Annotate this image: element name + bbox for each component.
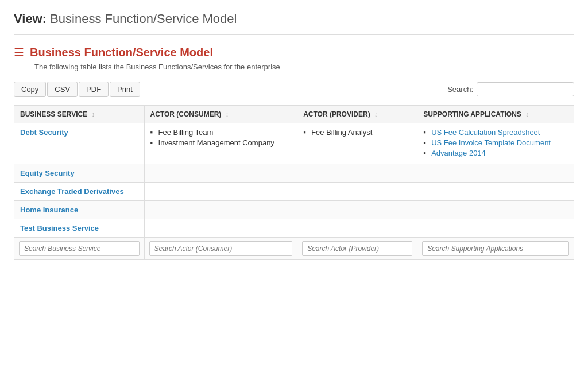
supporting-app-link[interactable]: US Fee Invoice Template Document bbox=[431, 138, 551, 147]
sort-icon-actor-provider[interactable]: ↕ bbox=[374, 111, 378, 118]
cell-business-service: Debt Security bbox=[14, 123, 145, 164]
cell-actor-consumer bbox=[144, 164, 297, 183]
cell-actor-provider bbox=[297, 183, 417, 201]
cell-actor-provider bbox=[297, 164, 417, 183]
list-item: Fee Billing Team bbox=[150, 128, 292, 137]
list-icon: ☰ bbox=[14, 45, 24, 59]
list-item: US Fee Calculation Spreadsheet bbox=[423, 128, 568, 137]
section-description: The following table lists the Business F… bbox=[34, 63, 574, 71]
table-row: Test Business Service bbox=[14, 219, 574, 238]
sort-icon-supporting-apps[interactable]: ↕ bbox=[525, 111, 529, 118]
main-table: BUSINESS SERVICE ↕ ACTOR (CONSUMER) ↕ AC… bbox=[14, 105, 574, 260]
cell-actor-consumer: Fee Billing TeamInvestment Management Co… bbox=[144, 123, 297, 164]
cell-supporting-apps bbox=[417, 201, 574, 219]
copy-button[interactable]: Copy bbox=[14, 82, 46, 97]
cell-actor-provider bbox=[297, 219, 417, 238]
sort-icon-actor-consumer[interactable]: ↕ bbox=[226, 111, 229, 118]
section-title: Business Function/Service Model bbox=[30, 46, 213, 59]
cell-supporting-apps bbox=[417, 183, 574, 201]
search-business-service-input[interactable] bbox=[19, 241, 140, 256]
cell-supporting-apps bbox=[417, 164, 574, 183]
export-buttons: Copy CSV PDF Print bbox=[14, 82, 140, 97]
col-actor-consumer: ACTOR (CONSUMER) ↕ bbox=[144, 106, 297, 123]
business-service-link[interactable]: Exchange Traded Derivatives bbox=[20, 187, 124, 196]
business-service-link[interactable]: Home Insurance bbox=[20, 206, 78, 214]
table-row: Exchange Traded Derivatives bbox=[14, 183, 574, 201]
table-row: Home Insurance bbox=[14, 201, 574, 219]
search-area: Search: bbox=[447, 82, 574, 96]
col-supporting-apps: SUPPORTING APPLICATIONS ↕ bbox=[417, 106, 574, 123]
supporting-app-link[interactable]: US Fee Calculation Spreadsheet bbox=[431, 128, 540, 137]
list-item: US Fee Invoice Template Document bbox=[423, 138, 568, 147]
search-row bbox=[14, 238, 574, 260]
sort-icon-business-service[interactable]: ↕ bbox=[92, 111, 95, 118]
supporting-app-link[interactable]: Advantage 2014 bbox=[431, 149, 486, 157]
search-actor-provider-input[interactable] bbox=[302, 241, 412, 256]
cell-actor-provider: Fee Billing Analyst bbox=[297, 123, 417, 164]
cell-supporting-apps: US Fee Calculation SpreadsheetUS Fee Inv… bbox=[417, 123, 574, 164]
table-row: Debt SecurityFee Billing TeamInvestment … bbox=[14, 123, 574, 164]
cell-business-service: Test Business Service bbox=[14, 219, 145, 238]
cell-business-service: Equity Security bbox=[14, 164, 145, 183]
cell-actor-consumer bbox=[144, 183, 297, 201]
col-actor-provider: ACTOR (PROVIDER) ↕ bbox=[297, 106, 417, 123]
global-search-input[interactable] bbox=[477, 82, 574, 96]
business-service-link[interactable]: Test Business Service bbox=[20, 224, 99, 233]
cell-supporting-apps bbox=[417, 219, 574, 238]
cell-actor-provider bbox=[297, 201, 417, 219]
business-service-link[interactable]: Debt Security bbox=[20, 128, 68, 137]
cell-business-service: Exchange Traded Derivatives bbox=[14, 183, 145, 201]
pdf-button[interactable]: PDF bbox=[79, 82, 109, 97]
table-header-row: BUSINESS SERVICE ↕ ACTOR (CONSUMER) ↕ AC… bbox=[14, 106, 574, 123]
col-business-service: BUSINESS SERVICE ↕ bbox=[14, 106, 145, 123]
search-actor-consumer-input[interactable] bbox=[149, 241, 293, 256]
page-title: View: Business Function/Service Model bbox=[14, 11, 574, 35]
search-supporting-apps-input[interactable] bbox=[422, 241, 569, 256]
cell-actor-consumer bbox=[144, 219, 297, 238]
list-item: Advantage 2014 bbox=[423, 149, 568, 157]
cell-actor-consumer bbox=[144, 201, 297, 219]
list-item: Fee Billing Analyst bbox=[303, 128, 411, 137]
business-service-link[interactable]: Equity Security bbox=[20, 169, 75, 177]
table-row: Equity Security bbox=[14, 164, 574, 183]
section-header: ☰ Business Function/Service Model bbox=[14, 45, 574, 59]
toolbar: Copy CSV PDF Print Search: bbox=[14, 82, 574, 97]
print-button[interactable]: Print bbox=[110, 82, 140, 97]
cell-business-service: Home Insurance bbox=[14, 201, 145, 219]
search-label: Search: bbox=[447, 85, 473, 94]
csv-button[interactable]: CSV bbox=[47, 82, 78, 97]
list-item: Investment Management Company bbox=[150, 138, 292, 147]
